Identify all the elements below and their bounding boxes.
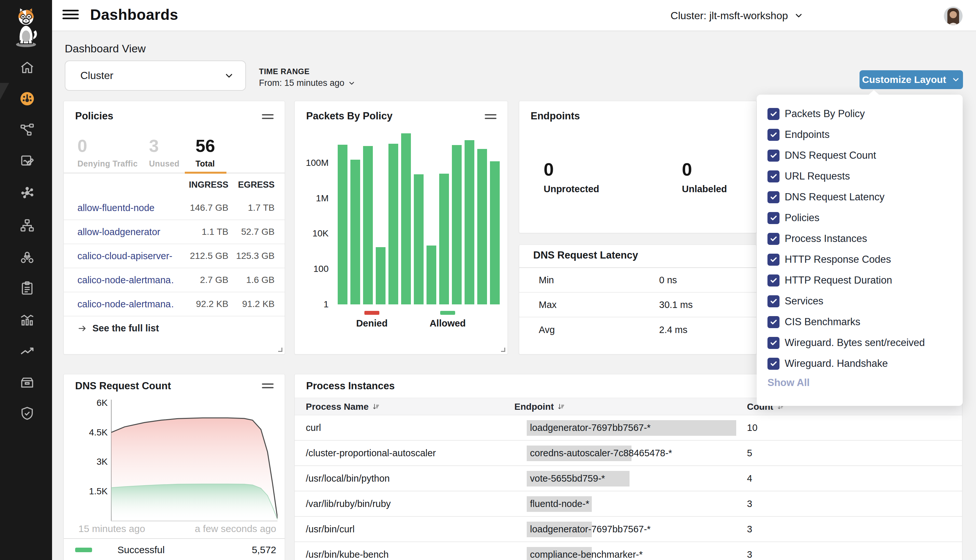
menu-item-http-response-codes[interactable]: HTTP Response Codes [767,249,956,270]
legend-successful[interactable]: Successful 5,572 [64,539,285,560]
cluster-switcher[interactable]: Cluster: jlt-msft-workshop [671,8,804,23]
process-count: 3 [747,524,752,535]
see-full-list-link[interactable]: See the full list [77,323,159,334]
sidebar-item-flows[interactable] [18,184,35,201]
policy-link[interactable]: allow-fluentd-node [64,203,173,213]
ingress-value: 1.1 TB [173,227,229,237]
menu-item-packets-by-policy[interactable]: Packets By Policy [767,103,956,124]
process-name: /usr/bin/kube-bench [306,549,389,560]
dashboard-view-select[interactable]: Cluster [65,60,246,91]
dashboard-view-value: Cluster [80,70,113,82]
menu-item-process-instances[interactable]: Process Instances [767,228,956,249]
x-label-end: a few seconds ago [195,523,276,534]
sidebar-item-storage[interactable] [18,374,35,391]
column-endpoint[interactable]: Endpoint [514,398,565,416]
endpoint-name: loadgenerator-7697bb7567-* [530,524,651,535]
shield-check-icon [20,406,35,421]
process-row: curlloadgenerator-7697bb7567-*10 [295,415,962,441]
allowed-bar [401,133,411,304]
checkbox-checked-icon[interactable] [767,295,779,307]
column-process-name[interactable]: Process Name [306,398,380,416]
menu-item-wireguard-bytes-sent-received[interactable]: Wireguard. Bytes sent/received [767,332,956,353]
allowed-bar [452,145,462,304]
policy-link[interactable]: allow-loadgenerator [64,227,173,237]
sidebar-item-compliance[interactable] [18,280,35,297]
allowed-bar [350,160,360,304]
chevron-down-icon [951,75,960,84]
menu-item-url-requests[interactable]: URL Requests [767,166,956,187]
menu-item-wireguard-handshake[interactable]: Wireguard. Handshake [767,353,956,374]
checkbox-checked-icon[interactable] [767,108,779,120]
checkbox-checked-icon[interactable] [767,170,779,182]
checkbox-checked-icon[interactable] [767,191,779,203]
checkbox-checked-icon[interactable] [767,358,779,370]
stat-denying-traffic: 0 Denying Traffic [77,137,138,168]
allowed-swatch [440,311,455,315]
resize-handle[interactable] [278,348,282,352]
menu-item-policies[interactable]: Policies [767,207,956,228]
ingress-value: 2.7 GB [173,275,229,285]
menu-icon[interactable] [62,10,79,22]
legend-allowed[interactable]: Allowed [422,311,474,329]
process-name: /usr/bin/curl [306,524,355,535]
menu-item-cis-benchmarks[interactable]: CIS Benchmarks [767,312,956,332]
checkbox-checked-icon[interactable] [767,316,779,328]
menu-item-endpoints[interactable]: Endpoints [767,124,956,145]
sidebar-item-service-graph[interactable] [18,121,35,138]
menu-item-services[interactable]: Services [767,291,956,312]
drag-handle-icon[interactable] [485,114,496,120]
show-all-link[interactable]: Show All [767,377,810,388]
policy-edit-icon [20,153,35,168]
process-count: 3 [747,549,752,560]
checkbox-checked-icon[interactable] [767,254,779,266]
menu-item-dns-request-count[interactable]: DNS Request Count [767,145,956,166]
y-tick-label: 3K [73,457,108,467]
menu-item-dns-request-latency[interactable]: DNS Request Latency [767,187,956,207]
dns-legend: Successful 5,572 [64,538,285,560]
drag-handle-icon[interactable] [262,114,274,120]
policies-card-title: Policies [75,110,113,122]
ingress-value: 146.7 GB [173,203,229,213]
process-count: 3 [747,498,752,509]
sidebar-item-security[interactable] [18,405,35,422]
sidebar-item-policies[interactable] [18,152,35,169]
sidebar-item-home[interactable] [18,59,35,76]
stat-total[interactable]: 56 Total [195,137,215,168]
user-avatar[interactable] [944,7,962,25]
policy-link[interactable]: calico-node-alertmana… [64,299,173,310]
checkbox-checked-icon[interactable] [767,150,779,162]
policy-link[interactable]: calico-node-alertmana… [64,275,173,285]
process-count: 5 [747,448,752,458]
flow-network-icon [20,185,35,201]
legend-denied[interactable]: Denied [346,311,398,329]
endpoint-name: coredns-autoscaler-7c88465478-* [530,448,672,458]
checkbox-checked-icon[interactable] [767,275,779,287]
policy-link[interactable]: calico-cloud-apiserver-… [64,251,173,262]
menu-item-http-request-duration[interactable]: HTTP Request Duration [767,270,956,291]
calico-cat-logo[interactable] [8,5,44,49]
sidebar-item-trends[interactable] [18,342,35,359]
customize-layout-button[interactable]: Customize Layout [859,70,963,89]
checkbox-checked-icon[interactable] [767,129,779,141]
checkbox-checked-icon[interactable] [767,212,779,224]
process-name: /var/lib/ruby/bin/ruby [306,498,391,509]
sidebar-item-dashboards[interactable] [18,90,35,107]
checkbox-checked-icon[interactable] [767,337,779,349]
time-range-control[interactable]: TIME RANGE From: 15 minutes ago [259,67,355,88]
sidebar-item-statistics[interactable] [18,311,35,328]
sidebar-item-hierarchy[interactable] [18,217,35,234]
y-tick-label: 1M [297,193,329,203]
section-subtitle: Dashboard View [65,42,146,55]
allowed-bar [490,161,500,304]
sidebar [0,0,52,560]
drag-handle-icon[interactable] [262,383,274,389]
stat-unlabeled: 0 Unlabeled [682,160,727,195]
y-tick-label: 6K [73,398,108,408]
endpoints-card-title: Endpoints [531,110,580,122]
resize-handle[interactable] [501,348,505,352]
clipboard-icon [20,281,35,296]
dns-count-card-title: DNS Request Count [75,380,171,392]
sidebar-item-endpoints[interactable] [18,249,35,266]
checkbox-checked-icon[interactable] [767,233,779,245]
y-tick-label: 1 [297,299,329,310]
